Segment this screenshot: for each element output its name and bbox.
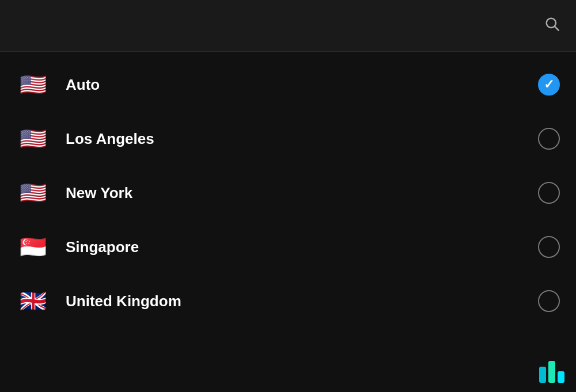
- location-list: 🇺🇸Auto🇺🇸Los Angeles🇺🇸New York🇸🇬Singapore…: [0, 52, 576, 334]
- flag-auto: 🇺🇸: [16, 68, 50, 101]
- radio-los-angeles[interactable]: [538, 128, 560, 150]
- radio-new-york[interactable]: [538, 182, 560, 204]
- flag-los-angeles: 🇺🇸: [16, 122, 50, 155]
- location-item-auto[interactable]: 🇺🇸Auto: [0, 58, 576, 112]
- location-label-los-angeles: Los Angeles: [66, 130, 538, 148]
- flag-united-kingdom: 🇬🇧: [16, 284, 50, 318]
- location-label-new-york: New York: [66, 184, 538, 202]
- radio-auto[interactable]: [538, 74, 560, 96]
- radio-united-kingdom[interactable]: [538, 290, 560, 312]
- flag-singapore: 🇸🇬: [16, 230, 50, 264]
- flag-new-york: 🇺🇸: [16, 176, 50, 210]
- location-label-singapore: Singapore: [66, 238, 538, 256]
- location-item-new-york[interactable]: 🇺🇸New York: [0, 166, 576, 220]
- logo: [539, 361, 564, 383]
- location-item-united-kingdom[interactable]: 🇬🇧United Kingdom: [0, 274, 576, 328]
- location-item-los-angeles[interactable]: 🇺🇸Los Angeles: [0, 112, 576, 166]
- location-label-auto: Auto: [66, 76, 538, 94]
- header: [0, 0, 576, 52]
- search-button[interactable]: [544, 16, 560, 36]
- location-label-united-kingdom: United Kingdom: [66, 292, 538, 310]
- logo-bars: [539, 361, 564, 383]
- svg-line-1: [555, 26, 558, 30]
- radio-singapore[interactable]: [538, 236, 560, 258]
- location-item-singapore[interactable]: 🇸🇬Singapore: [0, 220, 576, 274]
